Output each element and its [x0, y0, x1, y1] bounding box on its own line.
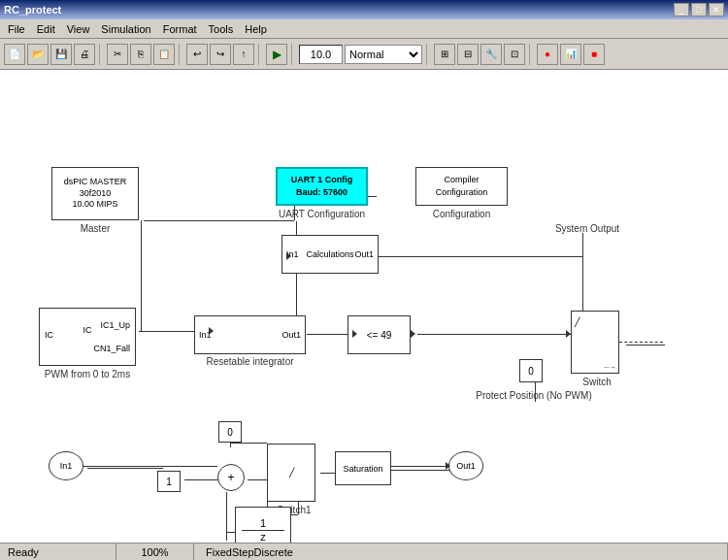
wire: [230, 443, 267, 444]
open-button[interactable]: 📂: [27, 44, 49, 65]
menu-file[interactable]: File: [2, 21, 31, 37]
zero-block-1[interactable]: 0: [519, 359, 543, 382]
in1-block[interactable]: In1: [49, 451, 83, 480]
compiler-block[interactable]: CompilerConfiguration: [415, 167, 508, 206]
wire: [226, 492, 227, 541]
system-output-label: System Output: [539, 223, 636, 234]
wire: [390, 470, 456, 471]
ic-block[interactable]: IC IC1_Up CN1_Fall IC: [39, 308, 136, 366]
uart-block[interactable]: UART 1 ConfigBaud: 57600: [276, 167, 368, 206]
undo-button[interactable]: ↩: [186, 44, 208, 65]
menu-help[interactable]: Help: [239, 21, 273, 37]
debug-button[interactable]: 🔧: [480, 44, 502, 65]
menu-edit[interactable]: Edit: [31, 21, 61, 37]
sim-mode-dropdown[interactable]: Normal Accelerator Rapid Accelerator: [345, 45, 422, 64]
arrow: [446, 462, 450, 470]
status-zoom: 100%: [116, 544, 194, 560]
stop-button[interactable]: ■: [583, 44, 605, 65]
copy-button[interactable]: ⎘: [130, 44, 151, 65]
sep5: [426, 44, 430, 65]
simulink-canvas: dsPIC MASTER30f201010.00 MIPS Master UAR…: [0, 70, 728, 543]
menu-format[interactable]: Format: [157, 21, 203, 37]
cut-button[interactable]: ✂: [107, 44, 128, 65]
sum-block[interactable]: +: [217, 464, 245, 491]
resetable-integrator-label: Resetable integrator: [194, 356, 306, 367]
status-ready: Ready: [0, 544, 116, 560]
ic-label: PWM from 0 to 2ms: [34, 369, 141, 379]
dashed-wire: [619, 342, 663, 343]
close-button[interactable]: ✕: [709, 3, 724, 16]
wire: [379, 256, 582, 257]
switch-label: Switch: [573, 377, 621, 387]
resetable-integrator-block[interactable]: In1 Out1: [194, 315, 306, 354]
save-button[interactable]: 💾: [50, 44, 72, 65]
arrow: [352, 330, 357, 338]
menu-view[interactable]: View: [61, 21, 96, 37]
window-controls: _ □ ✕: [674, 3, 724, 16]
out1-block[interactable]: Out1: [448, 451, 483, 480]
minimize-button[interactable]: _: [674, 3, 689, 16]
wire: [391, 466, 448, 467]
sep6: [529, 44, 533, 65]
saturation-block[interactable]: Saturation: [335, 451, 391, 485]
paste-button[interactable]: 📋: [153, 44, 175, 65]
wire: [87, 468, 163, 469]
status-bar: Ready 100% FixedStepDiscrete: [0, 543, 728, 560]
protect-pos-label: Protect Position (No PWM): [466, 390, 602, 401]
menu-tools[interactable]: Tools: [203, 21, 240, 37]
sim-time-input[interactable]: [299, 45, 343, 64]
maximize-button[interactable]: □: [691, 3, 707, 16]
master-block[interactable]: dsPIC MASTER30f201010.00 MIPS: [51, 167, 139, 220]
arrow: [411, 330, 415, 338]
calculations-block[interactable]: In1 Calculations Out1: [281, 235, 379, 274]
wire: [83, 466, 217, 467]
new-button[interactable]: 📄: [4, 44, 25, 65]
record-button[interactable]: ●: [537, 44, 558, 65]
zero-block-2[interactable]: 0: [218, 421, 242, 443]
uart-label: UART Configuration: [271, 209, 373, 219]
status-mode: FixedStepDiscrete: [194, 544, 728, 560]
play-button[interactable]: ▶: [266, 44, 287, 65]
wire: [626, 345, 665, 346]
arrow: [286, 252, 291, 260]
title-bar: RC_protect _ □ ✕: [0, 0, 728, 19]
arrow: [566, 330, 571, 338]
print-button[interactable]: 🖨: [74, 44, 95, 65]
toolbar: 📄 📂 💾 🖨 ✂ ⎘ 📋 ↩ ↪ ↑ ▶ Normal Accelerator…: [0, 39, 728, 70]
sep3: [258, 44, 262, 65]
fit-button[interactable]: ⊡: [504, 44, 525, 65]
up-button[interactable]: ↑: [233, 44, 254, 65]
sep1: [99, 44, 103, 65]
wire: [144, 220, 294, 221]
menu-simulation[interactable]: Simulation: [95, 21, 156, 37]
sep2: [179, 44, 182, 65]
compiler-label: Configuration: [420, 209, 503, 219]
sep4: [291, 44, 295, 65]
scope-button[interactable]: 📊: [560, 44, 581, 65]
redo-button[interactable]: ↪: [210, 44, 231, 65]
master-label: Master: [66, 223, 124, 234]
integrator-block[interactable]: 1 z: [235, 507, 291, 543]
window-title: RC_protect: [4, 4, 61, 16]
arrow: [209, 327, 214, 335]
wire: [141, 220, 142, 331]
one-block[interactable]: 1: [157, 471, 181, 492]
model-button[interactable]: ⊟: [457, 44, 479, 65]
switch-block[interactable]: ╱ ···→: [571, 311, 619, 374]
wire: [417, 334, 582, 335]
wire: [141, 331, 194, 332]
menu-bar: File Edit View Simulation Format Tools H…: [0, 19, 728, 39]
switch1-block[interactable]: ╱: [267, 444, 315, 502]
library-button[interactable]: ⊞: [434, 44, 455, 65]
